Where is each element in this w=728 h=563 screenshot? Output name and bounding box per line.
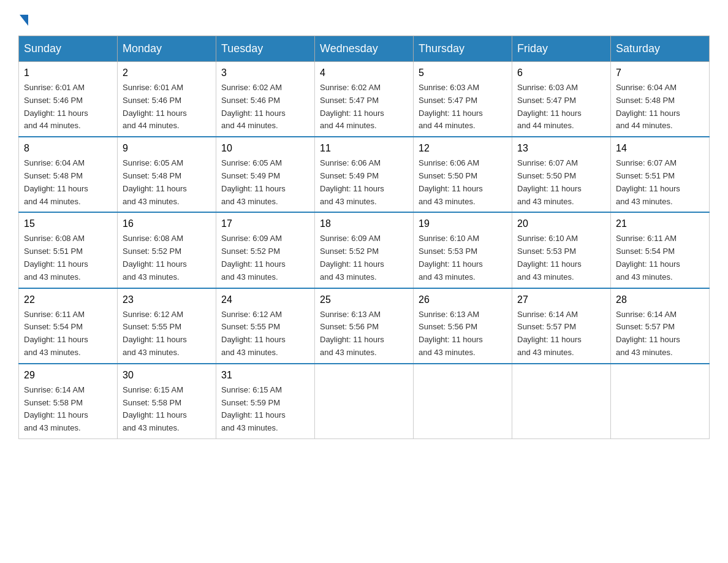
day-info: Sunrise: 6:02 AMSunset: 5:46 PMDaylight:… xyxy=(221,82,309,132)
calendar-cell: 5Sunrise: 6:03 AMSunset: 5:47 PMDaylight… xyxy=(414,62,512,137)
calendar-cell: 27Sunrise: 6:14 AMSunset: 5:57 PMDayligh… xyxy=(512,288,611,364)
day-info: Sunrise: 6:12 AMSunset: 5:55 PMDaylight:… xyxy=(123,308,211,359)
day-number: 5 xyxy=(419,66,507,80)
day-number: 19 xyxy=(419,216,507,231)
day-number: 23 xyxy=(123,293,211,307)
day-number: 14 xyxy=(616,141,704,156)
calendar-cell: 16Sunrise: 6:08 AMSunset: 5:52 PMDayligh… xyxy=(118,212,216,288)
page-header xyxy=(18,12,710,23)
day-number: 15 xyxy=(24,216,112,231)
calendar-cell: 22Sunrise: 6:11 AMSunset: 5:54 PMDayligh… xyxy=(19,288,118,364)
day-number: 27 xyxy=(517,293,605,307)
day-number: 21 xyxy=(616,216,704,231)
calendar-week-row: 8Sunrise: 6:04 AMSunset: 5:48 PMDaylight… xyxy=(19,137,710,212)
calendar-cell: 23Sunrise: 6:12 AMSunset: 5:55 PMDayligh… xyxy=(118,288,216,364)
day-number: 6 xyxy=(517,66,605,80)
calendar-header-friday: Friday xyxy=(512,36,611,62)
calendar-cell: 10Sunrise: 6:05 AMSunset: 5:49 PMDayligh… xyxy=(216,137,315,212)
day-info: Sunrise: 6:11 AMSunset: 5:54 PMDaylight:… xyxy=(24,308,112,359)
calendar-cell: 14Sunrise: 6:07 AMSunset: 5:51 PMDayligh… xyxy=(611,137,710,212)
calendar-cell: 1Sunrise: 6:01 AMSunset: 5:46 PMDaylight… xyxy=(19,62,118,137)
day-info: Sunrise: 6:12 AMSunset: 5:55 PMDaylight:… xyxy=(221,308,309,359)
calendar-cell: 25Sunrise: 6:13 AMSunset: 5:56 PMDayligh… xyxy=(315,288,414,364)
day-info: Sunrise: 6:08 AMSunset: 5:51 PMDaylight:… xyxy=(24,232,112,283)
calendar-cell: 6Sunrise: 6:03 AMSunset: 5:47 PMDaylight… xyxy=(512,62,611,137)
day-info: Sunrise: 6:14 AMSunset: 5:57 PMDaylight:… xyxy=(517,308,605,359)
day-info: Sunrise: 6:06 AMSunset: 5:50 PMDaylight:… xyxy=(419,157,507,208)
calendar-cell: 11Sunrise: 6:06 AMSunset: 5:49 PMDayligh… xyxy=(315,137,414,212)
calendar-week-row: 22Sunrise: 6:11 AMSunset: 5:54 PMDayligh… xyxy=(19,288,710,364)
calendar-header-saturday: Saturday xyxy=(611,36,710,62)
day-number: 20 xyxy=(517,216,605,231)
day-info: Sunrise: 6:02 AMSunset: 5:47 PMDaylight:… xyxy=(320,82,408,132)
day-number: 13 xyxy=(517,141,605,156)
calendar-week-row: 29Sunrise: 6:14 AMSunset: 5:58 PMDayligh… xyxy=(19,364,710,439)
calendar-cell: 17Sunrise: 6:09 AMSunset: 5:52 PMDayligh… xyxy=(216,212,315,288)
day-info: Sunrise: 6:04 AMSunset: 5:48 PMDaylight:… xyxy=(616,82,704,132)
calendar-cell: 29Sunrise: 6:14 AMSunset: 5:58 PMDayligh… xyxy=(19,364,118,439)
calendar-cell: 18Sunrise: 6:09 AMSunset: 5:52 PMDayligh… xyxy=(315,212,414,288)
day-number: 7 xyxy=(616,66,704,80)
day-number: 10 xyxy=(221,141,309,156)
calendar-header-thursday: Thursday xyxy=(414,36,512,62)
calendar-cell xyxy=(414,364,512,439)
calendar-week-row: 15Sunrise: 6:08 AMSunset: 5:51 PMDayligh… xyxy=(19,212,710,288)
day-number: 16 xyxy=(123,216,211,231)
day-info: Sunrise: 6:01 AMSunset: 5:46 PMDaylight:… xyxy=(123,82,211,132)
calendar-cell: 20Sunrise: 6:10 AMSunset: 5:53 PMDayligh… xyxy=(512,212,611,288)
day-info: Sunrise: 6:05 AMSunset: 5:49 PMDaylight:… xyxy=(221,157,309,208)
day-info: Sunrise: 6:01 AMSunset: 5:46 PMDaylight:… xyxy=(24,82,112,132)
day-info: Sunrise: 6:06 AMSunset: 5:49 PMDaylight:… xyxy=(320,157,408,208)
calendar-cell: 4Sunrise: 6:02 AMSunset: 5:47 PMDaylight… xyxy=(315,62,414,137)
day-info: Sunrise: 6:11 AMSunset: 5:54 PMDaylight:… xyxy=(616,232,704,283)
day-info: Sunrise: 6:13 AMSunset: 5:56 PMDaylight:… xyxy=(419,308,507,359)
day-number: 12 xyxy=(419,141,507,156)
calendar-cell: 3Sunrise: 6:02 AMSunset: 5:46 PMDaylight… xyxy=(216,62,315,137)
day-number: 30 xyxy=(123,368,211,383)
logo-arrow-icon xyxy=(20,15,28,26)
calendar-cell: 24Sunrise: 6:12 AMSunset: 5:55 PMDayligh… xyxy=(216,288,315,364)
calendar-cell xyxy=(611,364,710,439)
day-number: 9 xyxy=(123,141,211,156)
day-number: 31 xyxy=(221,368,309,383)
day-info: Sunrise: 6:07 AMSunset: 5:50 PMDaylight:… xyxy=(517,157,605,208)
calendar-table: SundayMondayTuesdayWednesdayThursdayFrid… xyxy=(18,36,710,439)
day-number: 11 xyxy=(320,141,408,156)
calendar-cell xyxy=(512,364,611,439)
day-number: 3 xyxy=(221,66,309,80)
day-info: Sunrise: 6:13 AMSunset: 5:56 PMDaylight:… xyxy=(320,308,408,359)
calendar-cell: 30Sunrise: 6:15 AMSunset: 5:58 PMDayligh… xyxy=(118,364,216,439)
day-number: 2 xyxy=(123,66,211,80)
calendar-header-monday: Monday xyxy=(118,36,216,62)
day-info: Sunrise: 6:07 AMSunset: 5:51 PMDaylight:… xyxy=(616,157,704,208)
day-info: Sunrise: 6:10 AMSunset: 5:53 PMDaylight:… xyxy=(419,232,507,283)
day-number: 25 xyxy=(320,293,408,307)
logo-top xyxy=(18,12,28,26)
calendar-cell: 12Sunrise: 6:06 AMSunset: 5:50 PMDayligh… xyxy=(414,137,512,212)
day-number: 8 xyxy=(24,141,112,156)
day-info: Sunrise: 6:04 AMSunset: 5:48 PMDaylight:… xyxy=(24,157,112,208)
day-info: Sunrise: 6:03 AMSunset: 5:47 PMDaylight:… xyxy=(517,82,605,132)
calendar-cell: 13Sunrise: 6:07 AMSunset: 5:50 PMDayligh… xyxy=(512,137,611,212)
day-info: Sunrise: 6:09 AMSunset: 5:52 PMDaylight:… xyxy=(320,232,408,283)
day-info: Sunrise: 6:14 AMSunset: 5:58 PMDaylight:… xyxy=(24,384,112,435)
calendar-cell: 28Sunrise: 6:14 AMSunset: 5:57 PMDayligh… xyxy=(611,288,710,364)
day-info: Sunrise: 6:15 AMSunset: 5:59 PMDaylight:… xyxy=(221,384,309,435)
day-number: 22 xyxy=(24,293,112,307)
calendar-cell: 2Sunrise: 6:01 AMSunset: 5:46 PMDaylight… xyxy=(118,62,216,137)
day-number: 17 xyxy=(221,216,309,231)
calendar-body: 1Sunrise: 6:01 AMSunset: 5:46 PMDaylight… xyxy=(19,62,710,439)
day-info: Sunrise: 6:15 AMSunset: 5:58 PMDaylight:… xyxy=(123,384,211,435)
logo xyxy=(18,12,28,23)
calendar-cell: 21Sunrise: 6:11 AMSunset: 5:54 PMDayligh… xyxy=(611,212,710,288)
day-number: 26 xyxy=(419,293,507,307)
day-number: 28 xyxy=(616,293,704,307)
calendar-cell: 8Sunrise: 6:04 AMSunset: 5:48 PMDaylight… xyxy=(19,137,118,212)
calendar-cell: 31Sunrise: 6:15 AMSunset: 5:59 PMDayligh… xyxy=(216,364,315,439)
calendar-cell: 9Sunrise: 6:05 AMSunset: 5:48 PMDaylight… xyxy=(118,137,216,212)
calendar-cell xyxy=(315,364,414,439)
calendar-cell: 15Sunrise: 6:08 AMSunset: 5:51 PMDayligh… xyxy=(19,212,118,288)
day-number: 1 xyxy=(24,66,112,80)
calendar-cell: 7Sunrise: 6:04 AMSunset: 5:48 PMDaylight… xyxy=(611,62,710,137)
day-number: 24 xyxy=(221,293,309,307)
